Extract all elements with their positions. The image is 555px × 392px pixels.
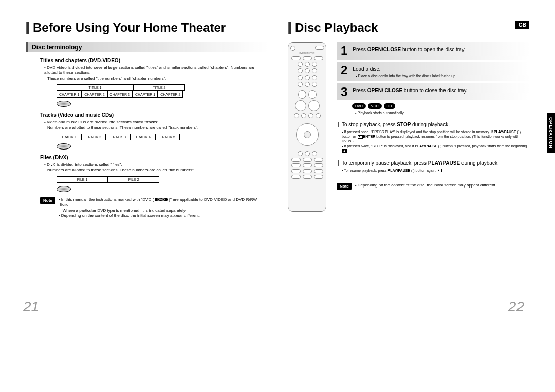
pause-bullet-1: To resume playback, press PLAY/PAUSE ( )…	[342, 168, 529, 173]
text-tracks-sub: Numbers are allotted to these sections. …	[47, 125, 267, 130]
side-tab-operation: OPERATION	[547, 113, 555, 153]
step-1: 1 Press OPEN/CLOSE button to open the di…	[337, 42, 529, 60]
stop-bullet-2: If pressed twice, "STOP" is displayed, a…	[342, 144, 529, 153]
step-1-text: Press OPEN/CLOSE button to open the disc…	[353, 45, 465, 53]
page-left: Before Using Your Home Theater Disc term…	[26, 21, 267, 218]
step-3-text: Press OPEN/ CLOSE button to close the di…	[353, 86, 467, 94]
dpad-icon	[296, 123, 319, 146]
remote-control-illustration: DVD RECEIVER	[288, 42, 326, 212]
diag2-t3: TRACK 3	[106, 134, 131, 140]
step-number: 3	[339, 86, 349, 98]
step-2: 2 Load a disc. Place a disc gently into …	[337, 62, 529, 81]
pause-details: To resume playback, press PLAY/PAUSE ( )…	[342, 168, 529, 173]
diag2-t5: TRACK 5	[155, 134, 180, 140]
heading-tracks: Tracks (Video and music CDs)	[40, 112, 267, 118]
diag1-title2: TITLE 2	[134, 84, 185, 91]
note-line-2: Where a particular DVD type is mentioned…	[63, 208, 267, 213]
note-line-1: In this manual, the instructions marked …	[59, 197, 267, 208]
stop-bullet-1: If pressed once, "PRESS PLAY" is display…	[342, 129, 529, 143]
instruction-stop: To stop playback, press STOP during play…	[337, 122, 529, 127]
page-title-right: Disc Playback	[288, 21, 529, 35]
diag3-f2: FILE 2	[108, 176, 159, 183]
pill-cd: CD	[384, 103, 395, 109]
diag3-f1: FILE 1	[57, 176, 108, 183]
disc-icon	[57, 186, 71, 192]
disc-type-pills: DVD VCD CD	[352, 103, 529, 109]
page-title-left: Before Using Your Home Theater	[26, 21, 267, 35]
gb-badge: GB	[515, 21, 529, 29]
text-titles-bullet: DVD-video is divided into several large …	[44, 65, 267, 76]
diag1-title1: TITLE 1	[57, 84, 134, 91]
steps-column: 1 Press OPEN/CLOSE button to open the di…	[337, 42, 529, 190]
diag1-ch1: CHAPTER 1	[57, 91, 82, 98]
note-left: Note In this manual, the instructions ma…	[40, 197, 267, 219]
step-2-sub: Place a disc gently into the tray with t…	[356, 73, 456, 78]
disc-icon	[57, 101, 71, 107]
title-bar-icon	[288, 22, 291, 34]
note-right-text: Depending on the content of the disc, th…	[355, 183, 496, 188]
diagram-tracks: TRACK 1 TRACK 2 TRACK 3 TRACK 4 TRACK 5	[57, 134, 267, 150]
play-pause-icon	[437, 169, 442, 172]
page-number-right: 22	[508, 298, 524, 315]
pill-vcd: VCD	[368, 103, 382, 109]
title-right-text: Disc Playback	[295, 21, 378, 35]
disc-icon	[57, 143, 71, 150]
diagram-titles: TITLE 1 TITLE 2 CHAPTER 1 CHAPTER 2 CHAP…	[57, 84, 267, 107]
diag2-t4: TRACK 4	[131, 134, 155, 140]
diag2-t1: TRACK 1	[57, 134, 81, 140]
diag1-ch4: CHAPTER 1	[133, 91, 158, 98]
diag2-t2: TRACK 2	[81, 134, 106, 140]
auto-play-text: Playback starts automatically.	[355, 111, 529, 115]
diag1-ch2: CHAPTER 2	[82, 91, 107, 98]
note-right-line: Depending on the content of the disc, th…	[355, 183, 496, 188]
page-number-left: 21	[23, 298, 39, 315]
text-files-bullet: DivX is divided into sections called "fi…	[44, 162, 267, 167]
heading-titles-chapters: Titles and chapters (DVD-VIDEO)	[40, 58, 267, 63]
note-right: Note Depending on the content of the dis…	[337, 183, 529, 190]
step-number: 1	[339, 45, 349, 57]
note-label: Note	[40, 197, 55, 204]
section-disc-terminology: Disc terminology	[26, 42, 267, 52]
step-3: 3 Press OPEN/ CLOSE button to close the …	[337, 83, 529, 101]
pill-dvd: DVD	[352, 103, 366, 109]
diag1-ch3: CHAPTER 3	[107, 91, 133, 98]
text-titles-sub: These numbers are called "title numbers"…	[47, 76, 267, 81]
page-right: GB Disc Playback DVD RECEIVER	[288, 21, 529, 218]
note-label: Note	[337, 183, 352, 190]
dvd-pill-icon: DVD	[155, 198, 168, 201]
diagram-files: FILE 1 FILE 2	[57, 176, 267, 192]
diag1-ch5: CHAPTER 2	[158, 91, 183, 98]
title-left-text: Before Using Your Home Theater	[33, 21, 226, 35]
instruction-pause: To temporarily pause playback, press PLA…	[337, 160, 529, 166]
stop-details: If pressed once, "PRESS PLAY" is display…	[342, 129, 529, 153]
step-2-text: Load a disc. Place a disc gently into th…	[353, 65, 456, 78]
play-pause-icon	[358, 135, 363, 139]
text-tracks-bullet: Video and music CDs are divided into sec…	[44, 120, 267, 125]
play-pause-icon	[342, 149, 347, 153]
text-files-sub: Numbers are allotted to these sections. …	[47, 167, 267, 173]
note-line-3: Depending on the content of the disc, th…	[59, 213, 267, 218]
step-number: 2	[339, 65, 349, 76]
note-text-left: In this manual, the instructions marked …	[59, 197, 267, 219]
heading-files: Files (DivX)	[40, 155, 267, 160]
title-bar-icon	[26, 22, 29, 34]
